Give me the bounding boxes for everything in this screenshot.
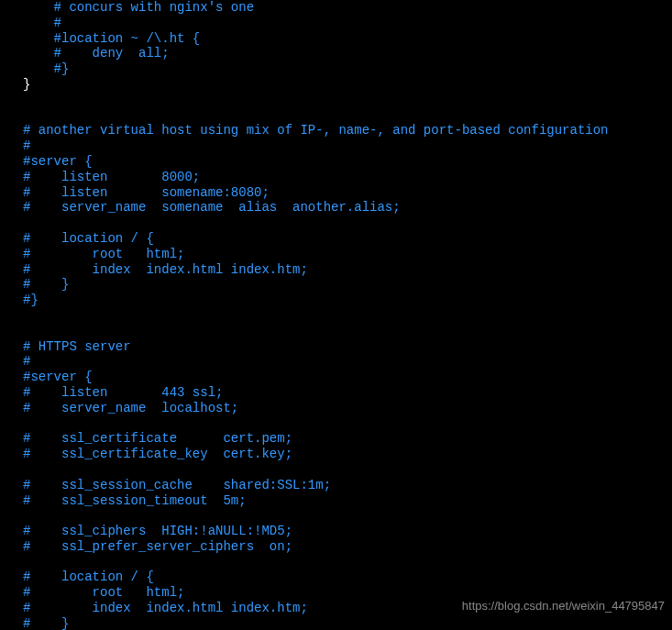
code-line: # location / { bbox=[23, 231, 672, 247]
code-line: # ssl_prefer_server_ciphers on; bbox=[23, 539, 672, 555]
code-line: # ssl_session_timeout 5m; bbox=[23, 493, 672, 509]
code-line: # ssl_certificate_key cert.key; bbox=[23, 447, 672, 462]
code-line: # server_name localhost; bbox=[23, 401, 672, 416]
code-line bbox=[23, 462, 672, 478]
code-line: #location ~ /\.ht { bbox=[23, 31, 672, 47]
code-line bbox=[23, 93, 672, 108]
code-line: # deny all; bbox=[23, 46, 672, 61]
code-line: # another virtual host using mix of IP-,… bbox=[23, 123, 672, 138]
code-line bbox=[23, 416, 672, 432]
code-line: # ssl_session_cache shared:SSL:1m; bbox=[23, 478, 672, 493]
code-line: # server_name somename alias another.ali… bbox=[23, 200, 672, 216]
code-line: # location / { bbox=[23, 569, 672, 585]
code-line: # HTTPS server bbox=[23, 339, 672, 355]
code-line: #server { bbox=[23, 154, 672, 170]
watermark-text: https://blog.csdn.net/weixin_44795847 bbox=[462, 599, 665, 613]
code-line: #} bbox=[23, 61, 672, 77]
code-line bbox=[23, 108, 672, 124]
code-line: # listen somename:8080; bbox=[23, 185, 672, 201]
code-line: # bbox=[23, 16, 672, 31]
code-line: # concurs with nginx's one bbox=[23, 0, 672, 16]
code-line: # bbox=[23, 138, 672, 154]
code-line bbox=[23, 508, 672, 524]
code-line bbox=[23, 308, 672, 324]
code-line: # listen 8000; bbox=[23, 170, 672, 185]
code-line: #} bbox=[23, 293, 672, 308]
code-line bbox=[23, 324, 672, 339]
code-line: # bbox=[23, 354, 672, 370]
code-line: # index index.html index.htm; bbox=[23, 262, 672, 278]
code-line bbox=[23, 216, 672, 231]
code-line bbox=[23, 555, 672, 570]
code-line: # ssl_ciphers HIGH:!aNULL:!MD5; bbox=[23, 524, 672, 539]
code-editor[interactable]: # concurs with nginx's one # #location ~… bbox=[0, 0, 672, 630]
code-line: # } bbox=[23, 277, 672, 293]
code-line: #server { bbox=[23, 370, 672, 385]
code-line: # } bbox=[23, 616, 672, 630]
code-line: # listen 443 ssl; bbox=[23, 385, 672, 401]
code-line: # root html; bbox=[23, 247, 672, 262]
code-line: # ssl_certificate cert.pem; bbox=[23, 431, 672, 447]
code-line: } bbox=[23, 77, 672, 93]
